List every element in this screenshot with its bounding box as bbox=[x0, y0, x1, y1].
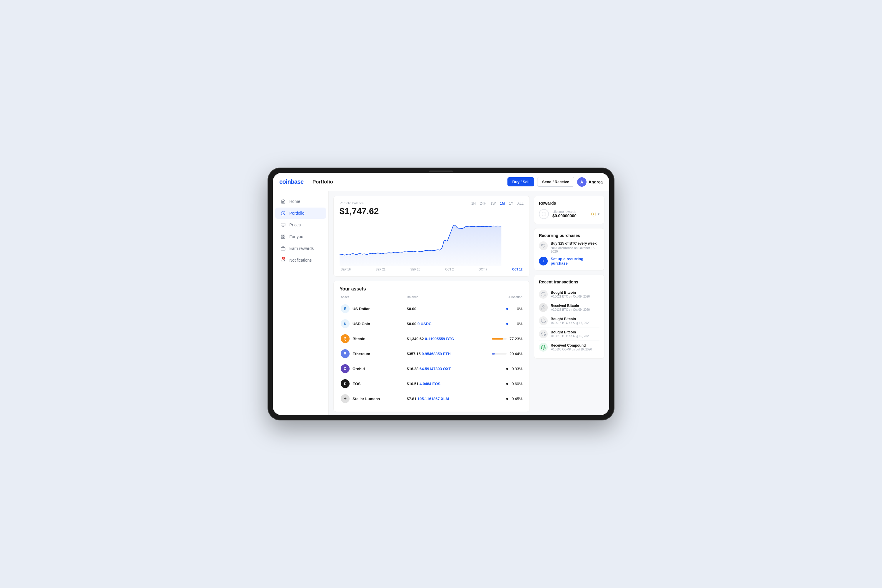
svg-rect-6 bbox=[281, 237, 283, 238]
user-avatar[interactable]: A Andrea bbox=[577, 177, 603, 187]
tx-title-2: Received Bitcoin bbox=[550, 304, 600, 308]
recurring-item-sub: Next occurence on October 16, 2020 bbox=[550, 246, 600, 253]
buy-sell-button[interactable]: Buy / Sell bbox=[507, 177, 534, 186]
sidebar-item-earn-rewards[interactable]: Earn rewards bbox=[275, 243, 326, 254]
sidebar-item-portfolio[interactable]: Portfolio bbox=[275, 208, 326, 219]
lifetime-rewards-label: Lifetime rewards bbox=[552, 210, 588, 213]
asset-row-usd[interactable]: $ US Dollar $0.00 0% bbox=[340, 302, 524, 316]
asset-balance-usd: $0.00 bbox=[407, 307, 473, 311]
svg-rect-1 bbox=[281, 223, 285, 226]
rewards-info: Lifetime rewards $0.00000000 bbox=[552, 210, 588, 218]
asset-balance-eth: $357.15 0.95468859 ETH bbox=[407, 352, 473, 356]
sidebar-item-home[interactable]: Home bbox=[275, 196, 326, 207]
content-area: Portfolio balance $1,747.62 1H 24H 1W 1M… bbox=[329, 191, 609, 415]
time-filters: 1H 24H 1W 1M 1Y ALL bbox=[471, 201, 524, 206]
coinbase-logo: coinbase bbox=[279, 178, 304, 185]
chart-date-1: SEP 16 bbox=[341, 268, 351, 271]
transactions-card: Recent transactions Bought Bitcoin +0 bbox=[534, 274, 604, 358]
sidebar: Home Portfolio bbox=[273, 191, 329, 415]
tx-icon-bought-btc-3 bbox=[539, 330, 548, 338]
asset-name-eos: E EOS bbox=[341, 379, 407, 388]
rewards-chevron-icon[interactable]: ▾ bbox=[598, 212, 600, 216]
asset-name-xlm: ✦ Stellar Lumens bbox=[341, 394, 407, 403]
asset-balance-eos: $10.51 4.0484 EOS bbox=[407, 382, 473, 386]
balance-amount: $1,747.62 bbox=[340, 206, 379, 216]
transactions-title: Recent transactions bbox=[539, 280, 600, 284]
device-frame: coinbase Portfolio Buy / Sell Send / Rec… bbox=[267, 168, 615, 420]
lifetime-rewards-amount: $0.00000000 bbox=[552, 213, 588, 218]
info-icon[interactable]: i bbox=[591, 212, 596, 216]
tx-item-5[interactable]: Received Compound +0.0195 COMP on Jul 16… bbox=[539, 341, 600, 354]
filter-24h[interactable]: 24H bbox=[480, 201, 486, 206]
sidebar-item-prices[interactable]: Prices bbox=[275, 219, 326, 231]
tx-icon-received-comp bbox=[539, 343, 548, 352]
asset-alloc-usdc: 0% bbox=[473, 322, 522, 326]
rewards-actions: i ▾ bbox=[591, 212, 600, 216]
right-panel: Rewards Lifetime rewards $0.00000000 bbox=[534, 196, 604, 410]
tx-title-3: Bought Bitcoin bbox=[550, 317, 600, 321]
asset-row-usdc[interactable]: U USD Coin $0.00 0 USDC 0% bbox=[340, 316, 524, 332]
setup-recurring-button[interactable]: + Set up a recurring purchase bbox=[539, 256, 600, 266]
setup-recurring-icon: + bbox=[539, 256, 548, 266]
tx-item-4[interactable]: Bought Bitcoin +0.0016 BTC on Aug 05, 20… bbox=[539, 327, 600, 341]
svg-rect-4 bbox=[281, 235, 283, 236]
tx-title-5: Received Compound bbox=[550, 344, 600, 348]
home-label: Home bbox=[289, 199, 300, 204]
sidebar-item-for-you[interactable]: For you bbox=[275, 231, 326, 242]
tx-info-2: Received Bitcoin +0.0135 BTC on Oct 09, … bbox=[550, 304, 600, 311]
tx-item-2[interactable]: Received Bitcoin +0.0135 BTC on Oct 09, … bbox=[539, 301, 600, 314]
main-content: Portfolio balance $1,747.62 1H 24H 1W 1M… bbox=[333, 196, 530, 410]
send-receive-button[interactable]: Send / Receive bbox=[537, 177, 574, 187]
asset-balance-btc: $1,349.62 0.11905559 BTC bbox=[407, 337, 473, 341]
recurring-title: Recurring purchases bbox=[539, 233, 600, 238]
filter-1y[interactable]: 1Y bbox=[509, 201, 513, 206]
asset-name-oxt: O Orchid bbox=[341, 364, 407, 373]
asset-alloc-xlm: 0.45% bbox=[473, 397, 522, 401]
asset-alloc-eth: 20.44% bbox=[473, 352, 522, 356]
asset-row-xlm[interactable]: ✦ Stellar Lumens $7.81 105.1161867 XLM 0… bbox=[340, 392, 524, 406]
filter-1h[interactable]: 1H bbox=[471, 201, 476, 206]
col-balance: Balance bbox=[407, 295, 473, 299]
notifications-label: Notifications bbox=[289, 258, 312, 262]
chart-dates: SEP 16 SEP 21 SEP 26 OCT 2 OCT 7 OCT 12 bbox=[340, 268, 524, 271]
usd-icon: $ bbox=[341, 304, 350, 313]
tx-sub-5: +0.0195 COMP on Jul 16, 2020 bbox=[550, 348, 600, 351]
alloc-bar-btc bbox=[492, 338, 507, 340]
asset-name-usdc: U USD Coin bbox=[341, 319, 407, 328]
portfolio-chart bbox=[340, 219, 524, 266]
for-you-label: For you bbox=[289, 234, 303, 239]
svg-rect-5 bbox=[284, 235, 285, 236]
asset-row-eos[interactable]: E EOS $10.51 4.0484 EOS 0.60% bbox=[340, 376, 524, 392]
tx-icon-received-btc bbox=[539, 303, 548, 312]
tx-item-3[interactable]: Bought Bitcoin +0.0015 BTC on Aug 15, 20… bbox=[539, 314, 600, 327]
asset-row-eth[interactable]: Ξ Ethereum $357.15 0.95468859 ETH 20.44 bbox=[340, 346, 524, 362]
tx-item-1[interactable]: Bought Bitcoin +0.0021 BTC on Oct 09, 20… bbox=[539, 288, 600, 301]
asset-balance-oxt: $16.28 64.59147393 OXT bbox=[407, 367, 473, 371]
tx-info-4: Bought Bitcoin +0.0016 BTC on Aug 05, 20… bbox=[550, 330, 600, 338]
asset-name-eth: Ξ Ethereum bbox=[341, 349, 407, 358]
filter-all[interactable]: ALL bbox=[518, 201, 524, 206]
svg-rect-7 bbox=[284, 237, 285, 238]
sidebar-item-notifications[interactable]: 1 Notifications bbox=[275, 255, 326, 266]
alloc-dot-xlm bbox=[506, 398, 508, 400]
chart-date-5: OCT 7 bbox=[478, 268, 487, 271]
btc-icon: ₿ bbox=[341, 334, 350, 343]
asset-alloc-btc: 77.23% bbox=[473, 337, 522, 341]
filter-1w[interactable]: 1W bbox=[490, 201, 496, 206]
recurring-icon bbox=[539, 242, 548, 250]
chart-date-4: OCT 2 bbox=[445, 268, 454, 271]
table-header: Asset Balance Allocation bbox=[340, 295, 524, 302]
assets-title: Your assets bbox=[340, 286, 524, 292]
filter-1m[interactable]: 1M bbox=[500, 201, 505, 206]
asset-row-btc[interactable]: ₿ Bitcoin $1,349.62 0.11905559 BTC 77.2 bbox=[340, 332, 524, 346]
tx-info-5: Received Compound +0.0195 COMP on Jul 16… bbox=[550, 344, 600, 351]
portfolio-label: Portfolio bbox=[289, 211, 304, 216]
tx-sub-4: +0.0016 BTC on Aug 05, 2020 bbox=[550, 334, 600, 338]
rewards-circle-icon bbox=[539, 209, 549, 219]
svg-rect-8 bbox=[281, 248, 285, 250]
alloc-dot-oxt bbox=[506, 368, 508, 370]
chart-date-3: SEP 26 bbox=[410, 268, 420, 271]
balance-label: Portfolio balance bbox=[340, 201, 379, 205]
asset-row-oxt[interactable]: O Orchid $16.28 64.59147393 OXT 0.93% bbox=[340, 362, 524, 376]
svg-point-10 bbox=[542, 306, 544, 307]
